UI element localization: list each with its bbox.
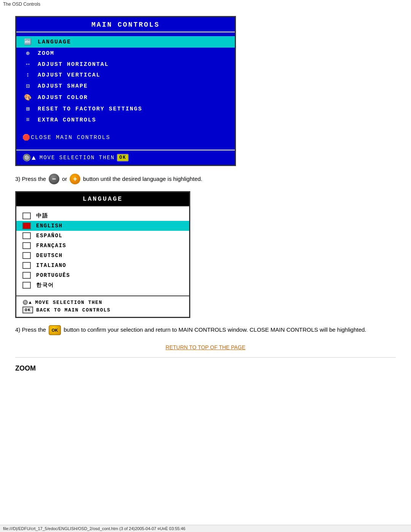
menu-item-horiz[interactable]: ↔ ADJUST HORIZONTAL [16, 59, 235, 70]
top-bar-label: The OSD Controls [3, 2, 40, 7]
lang-item-spanish[interactable]: ESPAÑOL [16, 231, 189, 241]
lang-footer-row1: 🔘▲ MOVE SELECTION THEN [22, 300, 183, 305]
lang-label-italian: ITALIANO [36, 262, 66, 268]
reset-icon: ⊞ [22, 105, 34, 113]
zoom-heading: ZOOM [15, 364, 396, 372]
section-divider [15, 357, 396, 358]
step3-text2: or [62, 174, 67, 184]
main-controls-screen: MAIN CONTROLS 🔤 LANGUAGE ⊕ ZOOM ↔ ADJUST… [15, 16, 236, 166]
page-content: MAIN CONTROLS 🔤 LANGUAGE ⊕ ZOOM ↔ ADJUST… [0, 8, 411, 398]
ok-icon: OK [117, 154, 128, 161]
plus-button[interactable]: + [70, 174, 80, 184]
menu-item-extra[interactable]: ≡ EXTRA CONTROLS [16, 115, 235, 125]
nav-icon-lang: 🔘▲ [22, 300, 32, 305]
lang-label-english: ENGLISH [36, 223, 62, 229]
lang-label-portuguese: PORTUGUÊS [36, 272, 70, 278]
lang-icon-korean [22, 282, 31, 289]
menu-label-vert: ADJUST VERTICAL [38, 72, 100, 78]
language-screen: LANGUAGE 中語 ENGLISH ESPAÑOL FRANÇAIS [15, 191, 190, 318]
menu-item-color[interactable]: 🎨 ADJUST COLOR [16, 92, 235, 103]
lang-item-chinese[interactable]: 中語 [16, 211, 189, 221]
main-controls-title: MAIN CONTROLS [16, 17, 235, 32]
language-title: LANGUAGE [16, 192, 189, 206]
step4-text2: button to confirm your selection and ret… [64, 326, 366, 333]
lang-footer-text2: BACK TO MAIN CONTROLS [36, 307, 110, 313]
menu-label-zoom: ZOOM [38, 50, 54, 57]
status-bar: file:///D|/EDFU/crt_17_5/edoc/ENGLISH/OS… [0, 525, 411, 532]
step4-text: 4) Press the OK button to confirm your s… [15, 325, 396, 335]
lang-icon-spanish [22, 232, 31, 239]
ok-button[interactable]: OK [49, 325, 61, 335]
menu-label-close: CLOSE MAIN CONTROLS [31, 134, 110, 141]
step3-text: 3) Press the − or + button until the des… [15, 174, 396, 184]
close-main-controls[interactable]: 🛑 CLOSE MAIN CONTROLS [16, 131, 235, 144]
footer-text: MOVE SELECTION THEN [40, 155, 115, 161]
ok-box-icon: OK [22, 307, 33, 313]
lang-label-korean: 한국어 [36, 282, 54, 289]
color-icon: 🎨 [22, 94, 34, 101]
menu-item-shape[interactable]: ⊡ ADJUST SHAPE [16, 80, 235, 92]
vert-icon: ↕ [22, 72, 34, 78]
lang-icon-chinese [22, 212, 31, 219]
language-icon: 🔤 [22, 38, 34, 46]
lang-icon-portuguese [22, 272, 31, 279]
lang-label-spanish: ESPAÑOL [36, 233, 62, 239]
lang-item-korean[interactable]: 한국어 [16, 280, 189, 290]
return-to-top-link[interactable]: RETURN TO TOP OF THE PAGE [166, 344, 245, 350]
menu-label-shape: ADJUST SHAPE [38, 83, 88, 89]
return-link-container: RETURN TO TOP OF THE PAGE [15, 344, 396, 350]
menu-item-zoom[interactable]: ⊕ ZOOM [16, 48, 235, 59]
close-icon: 🛑 [22, 134, 31, 141]
lang-item-italian[interactable]: ITALIANO [16, 260, 189, 270]
lang-footer-text1: MOVE SELECTION THEN [35, 300, 102, 305]
menu-item-reset[interactable]: ⊞ RESET TO FACTORY SETTINGS [16, 103, 235, 115]
menu-label-language: LANGUAGE [38, 39, 71, 45]
step3-text1: 3) Press the [15, 174, 46, 184]
lang-item-portuguese[interactable]: PORTUGUÊS [16, 270, 189, 280]
menu-item-language[interactable]: 🔤 LANGUAGE [16, 36, 235, 48]
lang-icon-french [22, 242, 31, 249]
lang-item-english[interactable]: ENGLISH [16, 221, 189, 231]
menu-label-horiz: ADJUST HORIZONTAL [38, 61, 109, 68]
menu-label-reset: RESET TO FACTORY SETTINGS [38, 106, 142, 112]
menu-label-color: ADJUST COLOR [38, 94, 88, 101]
nav-icons: 🔘▲ [22, 153, 37, 162]
zoom-icon: ⊕ [22, 50, 34, 57]
lang-icon-italian [22, 262, 31, 269]
main-controls-footer: 🔘▲ MOVE SELECTION THEN OK [16, 150, 235, 165]
step4-text1: 4) Press the [15, 326, 46, 333]
minus-button[interactable]: − [49, 174, 59, 184]
menu-item-vert[interactable]: ↕ ADJUST VERTICAL [16, 70, 235, 80]
menu-label-extra: EXTRA CONTROLS [38, 117, 96, 123]
lang-label-german: DEUTSCH [36, 252, 62, 259]
lang-item-german[interactable]: DEUTSCH [16, 251, 189, 260]
lang-item-french[interactable]: FRANÇAIS [16, 241, 189, 251]
lang-label-chinese: 中語 [36, 212, 48, 219]
lang-icon-english [22, 222, 31, 229]
status-bar-text: file:///D|/EDFU/crt_17_5/edoc/ENGLISH/OS… [3, 526, 185, 531]
extra-icon: ≡ [22, 117, 34, 123]
shape-icon: ⊡ [22, 82, 34, 90]
step3-text3: button until the desired language is hig… [83, 174, 202, 184]
horiz-icon: ↔ [22, 61, 34, 68]
lang-icon-german [22, 252, 31, 259]
lang-label-french: FRANÇAIS [36, 243, 66, 249]
language-footer: 🔘▲ MOVE SELECTION THEN OK BACK TO MAIN C… [16, 296, 189, 317]
lang-footer-row2: OK BACK TO MAIN CONTROLS [22, 307, 183, 313]
language-body: 中語 ENGLISH ESPAÑOL FRANÇAIS DEUTSCH [16, 206, 189, 296]
top-bar: The OSD Controls [0, 0, 411, 8]
